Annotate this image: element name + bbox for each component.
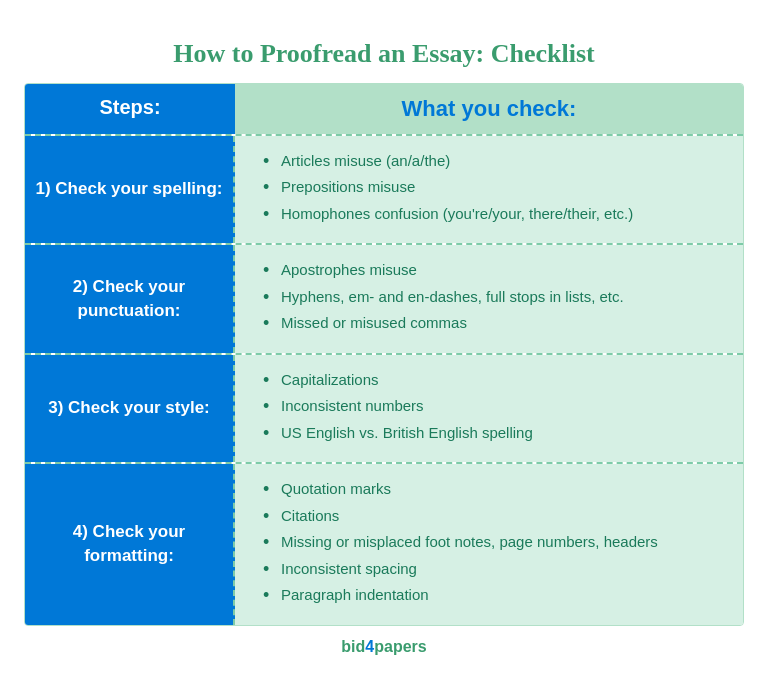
table-header: Steps: What you check: — [25, 84, 743, 134]
table-row: 3) Check your style:CapitalizationsIncon… — [25, 353, 743, 463]
checklist-items: Apostrophes misuseHyphens, em- and en-da… — [263, 259, 723, 335]
step-cell: 2) Check your punctuation: — [25, 245, 235, 353]
list-item: Citations — [263, 505, 723, 528]
checklist-table: Steps: What you check: 1) Check your spe… — [24, 83, 744, 626]
list-item: Capitalizations — [263, 369, 723, 392]
header-what: What you check: — [235, 84, 743, 134]
list-item: Missed or misused commas — [263, 312, 723, 335]
main-title: How to Proofread an Essay: Checklist — [24, 39, 744, 69]
list-item: Prepositions misuse — [263, 176, 723, 199]
list-item: Paragraph indentation — [263, 584, 723, 607]
page-container: How to Proofread an Essay: Checklist Ste… — [24, 39, 744, 656]
header-steps: Steps: — [25, 84, 235, 134]
checklist-items: Quotation marksCitationsMissing or mispl… — [263, 478, 723, 607]
list-item: Inconsistent spacing — [263, 558, 723, 581]
brand-four: 4 — [365, 638, 374, 655]
list-item: Hyphens, em- and en-dashes, full stops i… — [263, 286, 723, 309]
list-item: Homophones confusion (you're/your, there… — [263, 203, 723, 226]
list-item: Quotation marks — [263, 478, 723, 501]
step-cell: 1) Check your spelling: — [25, 136, 235, 244]
step-label: 1) Check your spelling: — [35, 177, 222, 201]
checklist-items: Articles misuse (an/a/the)Prepositions m… — [263, 150, 723, 226]
brand-pre: bid — [341, 638, 365, 655]
step-label: 2) Check your punctuation: — [35, 275, 223, 323]
content-cell: Apostrophes misuseHyphens, em- and en-da… — [235, 245, 743, 353]
list-item: Inconsistent numbers — [263, 395, 723, 418]
table-body: 1) Check your spelling:Articles misuse (… — [25, 134, 743, 625]
content-cell: Articles misuse (an/a/the)Prepositions m… — [235, 136, 743, 244]
step-label: 3) Check your style: — [48, 396, 210, 420]
table-row: 1) Check your spelling:Articles misuse (… — [25, 134, 743, 244]
step-cell: 4) Check your formatting: — [25, 464, 235, 625]
table-row: 4) Check your formatting:Quotation marks… — [25, 462, 743, 625]
content-cell: CapitalizationsInconsistent numbersUS En… — [235, 355, 743, 463]
content-cell: Quotation marksCitationsMissing or mispl… — [235, 464, 743, 625]
checklist-items: CapitalizationsInconsistent numbersUS En… — [263, 369, 723, 445]
step-label: 4) Check your formatting: — [35, 520, 223, 568]
table-row: 2) Check your punctuation:Apostrophes mi… — [25, 243, 743, 353]
list-item: Articles misuse (an/a/the) — [263, 150, 723, 173]
step-cell: 3) Check your style: — [25, 355, 235, 463]
list-item: Apostrophes misuse — [263, 259, 723, 282]
brand-post: papers — [374, 638, 426, 655]
footer-brand: bid4papers — [24, 638, 744, 656]
list-item: Missing or misplaced foot notes, page nu… — [263, 531, 723, 554]
list-item: US English vs. British English spelling — [263, 422, 723, 445]
